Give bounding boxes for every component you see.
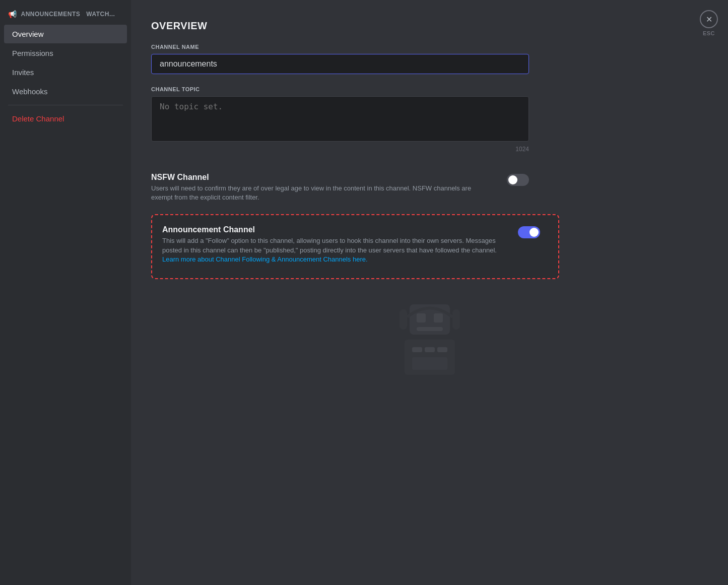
svg-rect-7 [412,347,422,352]
announcement-name: Announcement Channel [162,225,510,234]
announcement-info: Announcement Channel This will add a "Fo… [162,225,510,264]
svg-rect-4 [434,313,443,322]
char-count: 1024 [151,146,529,153]
svg-rect-5 [417,327,443,331]
announcement-description-text: This will add a "Follow" option to this … [162,237,497,253]
announcement-description: This will add a "Follow" option to this … [162,236,505,264]
svg-rect-9 [437,347,447,352]
sidebar-channel-name: ANNOUNCEMENTS [21,11,81,18]
channel-name-input[interactable] [151,54,529,74]
nsfw-setting-row: NSFW Channel Users will need to confirm … [151,173,529,202]
page-title: OVERVIEW [151,20,708,32]
nsfw-toggle-slider [507,174,529,186]
main-content: ✕ ESC OVERVIEW CHANNEL NAME CHANNEL TOPI… [131,0,728,585]
channel-topic-input[interactable] [151,96,529,142]
sidebar-item-permissions[interactable]: Permissions [4,44,127,62]
sidebar-item-label-webhooks: Webhooks [12,87,48,96]
svg-rect-3 [417,313,426,322]
sidebar-item-invites[interactable]: Invites [4,63,127,82]
announcement-toggle[interactable] [518,226,540,238]
sidebar-item-delete-channel[interactable]: Delete Channel [4,109,127,128]
announcement-learn-more-link[interactable]: Learn more about Channel Following & Ann… [162,255,368,263]
close-icon: ✕ [706,15,712,24]
nsfw-description: Users will need to confirm they are of o… [151,184,474,202]
close-button[interactable]: ✕ [700,10,718,28]
sidebar-item-label-delete-channel: Delete Channel [12,114,64,123]
sidebar-item-label-overview: Overview [12,30,44,38]
channel-name-label: CHANNEL NAME [151,44,708,50]
svg-rect-1 [400,309,407,330]
nsfw-toggle[interactable] [507,174,529,186]
robot-svg [379,299,480,380]
esc-label: ESC [703,30,715,36]
announcements-icon: 📢 [8,10,17,18]
sidebar-item-webhooks[interactable]: Webhooks [4,82,127,101]
svg-rect-2 [452,309,460,330]
svg-rect-8 [425,347,435,352]
nsfw-info: NSFW Channel Users will need to confirm … [151,173,499,202]
channel-topic-label: CHANNEL TOPIC [151,86,708,92]
sidebar-item-label-permissions: Permissions [12,49,53,57]
sidebar-divider [8,105,123,105]
announcement-section: Announcement Channel This will add a "Fo… [151,214,559,279]
announcement-toggle-slider [518,226,540,238]
announcement-setting-row: Announcement Channel This will add a "Fo… [162,225,540,264]
nsfw-section: NSFW Channel Users will need to confirm … [151,173,708,202]
sidebar-channel-header: 📢 ANNOUNCEMENTS WATCH... [0,4,131,24]
sidebar-item-overview[interactable]: Overview [4,25,127,43]
robot-illustration [151,299,708,380]
sidebar: 📢 ANNOUNCEMENTS WATCH... Overview Permis… [0,0,131,585]
svg-rect-10 [412,357,447,370]
sidebar-item-label-invites: Invites [12,68,34,77]
nsfw-name: NSFW Channel [151,173,499,182]
sidebar-watch-label: WATCH... [86,11,115,18]
